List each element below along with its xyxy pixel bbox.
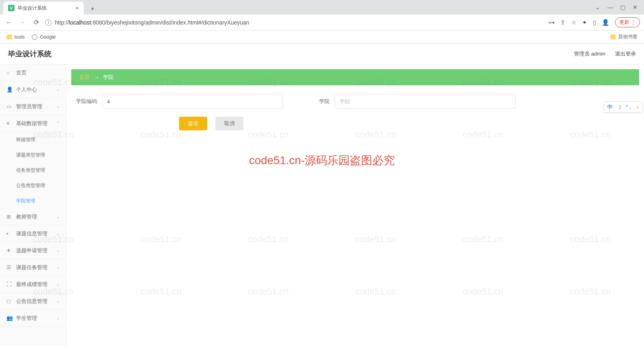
chevron-down-icon: ⌄ xyxy=(56,87,60,92)
sub-topic-type[interactable]: 课题类型管理 xyxy=(0,147,66,163)
expand-icon: ⛶ xyxy=(6,281,12,287)
folder-icon xyxy=(6,35,12,39)
site-info-icon[interactable]: i xyxy=(45,19,52,26)
chevron-down-icon: ⌄ xyxy=(56,104,60,109)
label-college-code: 学院编码 xyxy=(74,98,97,105)
sub-notice-type[interactable]: 公告类型管理 xyxy=(0,178,66,193)
sub-task-type[interactable]: 任务类型管理 xyxy=(0,163,66,178)
window-controls: ⌄ — ▢ ✕ xyxy=(595,0,644,14)
chevron-down-icon: ⌄ xyxy=(56,316,60,320)
sub-class[interactable]: 班级管理 xyxy=(0,132,66,147)
dropdown-icon[interactable]: ⌄ xyxy=(595,4,600,10)
submit-button[interactable]: 提交 xyxy=(179,117,207,130)
nav-notice-info[interactable]: ◻ 公告信息管理 ⌄ xyxy=(0,293,66,310)
app-header: 毕业设计系统 管理员 admin 退出登录 xyxy=(0,43,644,64)
send-icon: ✈ xyxy=(6,247,12,253)
browser-tab[interactable]: V 毕业设计系统 × xyxy=(3,2,84,14)
sub-college[interactable]: 学院管理 xyxy=(0,193,66,208)
bookmarks-bar: tools Google 其他书签 xyxy=(0,31,644,43)
nav-admin-mgmt[interactable]: ▭ 管理员管理 ⌄ xyxy=(0,98,66,115)
book-icon: ▪ xyxy=(6,231,12,237)
main: ⌂ 首页 👤 个人中心 ⌄ ▭ 管理员管理 ⌄ ≡ 基础数据管理 ⌃ 班级管理 … xyxy=(0,64,644,346)
chevron-down-icon: ⌄ xyxy=(56,214,60,219)
star-icon[interactable]: ☆ xyxy=(571,19,576,26)
key-icon[interactable]: ⊶ xyxy=(549,19,555,26)
cancel-button[interactable]: 取消 xyxy=(215,117,244,130)
breadcrumb-sep: → xyxy=(94,74,99,80)
forward-button[interactable]: → xyxy=(18,18,27,27)
admin-label[interactable]: 管理员 admin xyxy=(574,50,605,58)
close-window-icon[interactable]: ✕ xyxy=(633,4,638,10)
user-icon: 👤 xyxy=(6,86,12,93)
field-college-code: 学院编码 xyxy=(74,94,283,109)
chevron-down-icon: ⌄ xyxy=(56,299,60,303)
chevron-down-icon: ⌄ xyxy=(56,282,60,286)
bookmark-google[interactable]: Google xyxy=(32,34,56,40)
nav-student[interactable]: 👥 学生管理 ⌄ xyxy=(0,310,66,327)
close-tab-icon[interactable]: × xyxy=(76,5,79,11)
nav-home[interactable]: ⌂ 首页 xyxy=(0,64,66,81)
tab-title: 毕业设计系统 xyxy=(18,5,47,12)
ime-lang-icon[interactable]: 中 xyxy=(607,103,613,111)
address-bar: ← → ⟳ i http://localhost:8080/biyeshejix… xyxy=(0,14,644,31)
logout-link[interactable]: 退出登录 xyxy=(615,50,636,58)
bookmark-other[interactable]: 其他书签 xyxy=(610,33,638,40)
button-row: 提交 取消 xyxy=(66,113,644,134)
tab-bar: V 毕业设计系统 × + ⌄ — ▢ ✕ xyxy=(0,0,644,14)
form-area: 学院编码 学院 xyxy=(66,90,644,113)
reload-button[interactable]: ⟳ xyxy=(31,18,41,27)
share-icon[interactable]: ⇪ xyxy=(560,19,566,26)
extension-icon[interactable]: ✦ xyxy=(582,19,587,26)
card-icon: ▭ xyxy=(6,103,12,109)
sidebar: ⌂ 首页 👤 个人中心 ⌄ ▭ 管理员管理 ⌄ ≡ 基础数据管理 ⌃ 班级管理 … xyxy=(0,64,66,346)
profile-icon[interactable]: 👤 xyxy=(602,19,609,26)
ime-arrow-icon[interactable]: › xyxy=(637,104,639,110)
back-button[interactable]: ← xyxy=(4,18,14,27)
nav-base-data[interactable]: ≡ 基础数据管理 ⌃ xyxy=(0,115,66,132)
label-college-name: 学院 xyxy=(307,98,330,105)
vue-favicon: V xyxy=(8,5,14,11)
teacher-icon: ⊞ xyxy=(6,214,12,220)
globe-icon xyxy=(32,34,37,40)
breadcrumb: 首页 → 学院 xyxy=(71,69,639,85)
nav-topic-info[interactable]: ▪ 课题信息管理 ⌄ xyxy=(0,225,66,242)
update-button[interactable]: 更新⋮ xyxy=(615,17,640,27)
home-icon: ⌂ xyxy=(6,70,12,76)
task-icon: ☰ xyxy=(6,264,12,270)
input-college-name[interactable] xyxy=(334,94,516,109)
breadcrumb-current: 学院 xyxy=(103,74,114,81)
nav-topic-task[interactable]: ☰ 课题任务管理 ⌄ xyxy=(0,259,66,276)
chevron-down-icon: ⌄ xyxy=(56,231,60,236)
chevron-down-icon: ⌄ xyxy=(56,265,60,270)
moon-icon[interactable]: ☽ xyxy=(617,104,621,110)
panel-icon[interactable]: ▯ xyxy=(593,19,596,26)
folder-icon xyxy=(610,35,616,39)
url-text: http://localhost:8080/biyeshejixitong/ad… xyxy=(55,19,249,26)
app-title: 毕业设计系统 xyxy=(8,49,52,59)
address-icons: ⊶ ⇪ ☆ ✦ ▯ 👤 更新⋮ xyxy=(549,17,640,27)
header-right: 管理员 admin 退出登录 xyxy=(574,50,636,58)
bookmark-tools[interactable]: tools xyxy=(6,34,25,40)
nav-personal[interactable]: 👤 个人中心 ⌄ xyxy=(0,81,66,98)
chevron-up-icon: ⌃ xyxy=(56,121,60,126)
nav-final-grade[interactable]: ⛶ 最终成绩管理 ⌄ xyxy=(0,276,66,293)
nav-select-apply[interactable]: ✈ 选题申请管理 ⌄ xyxy=(0,242,66,259)
breadcrumb-home[interactable]: 首页 xyxy=(79,74,90,81)
student-icon: 👥 xyxy=(6,315,12,321)
nav-teacher[interactable]: ⊞ 教师管理 ⌄ xyxy=(0,208,66,225)
input-college-code[interactable] xyxy=(102,94,283,109)
url-field[interactable]: i http://localhost:8080/biyeshejixitong/… xyxy=(45,19,545,26)
list-icon: ≡ xyxy=(6,120,12,126)
field-college-name: 学院 xyxy=(307,94,516,109)
ime-comma[interactable]: °， xyxy=(625,103,633,111)
ime-toolbar[interactable]: 中 ☽ °， › xyxy=(604,101,642,113)
notice-icon: ◻ xyxy=(6,298,12,304)
browser-chrome: V 毕业设计系统 × + ⌄ — ▢ ✕ ← → ⟳ i http://loca… xyxy=(0,0,644,43)
minimize-icon[interactable]: — xyxy=(607,4,613,10)
new-tab-button[interactable]: + xyxy=(87,3,98,14)
chevron-down-icon: ⌄ xyxy=(56,248,60,253)
content: 首页 → 学院 学院编码 学院 提交 取消 xyxy=(66,64,644,346)
maximize-icon[interactable]: ▢ xyxy=(620,4,625,10)
